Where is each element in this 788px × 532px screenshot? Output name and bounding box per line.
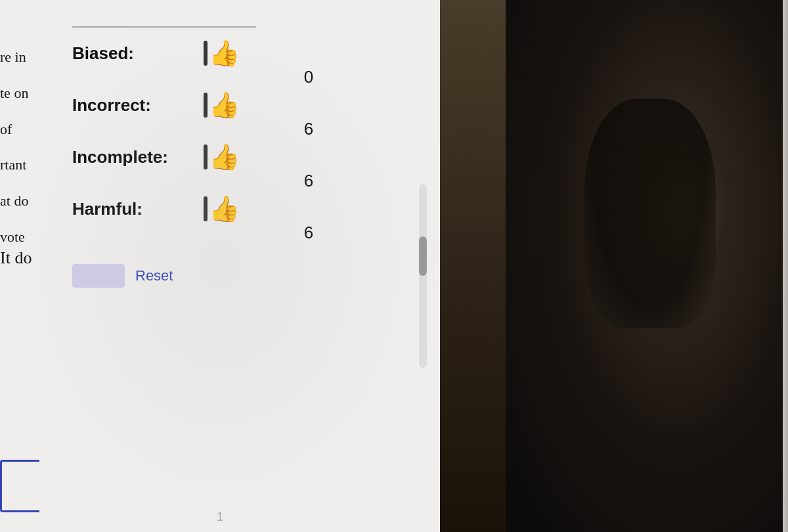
thumbs-up-icon: 👍 bbox=[209, 196, 240, 221]
it-do-text: It do bbox=[0, 248, 32, 268]
incomplete-count: 6 bbox=[204, 171, 414, 191]
harmful-count: 6 bbox=[204, 223, 414, 243]
reset-button[interactable]: Reset bbox=[135, 267, 173, 284]
thumbs-up-icon: 👍 bbox=[209, 144, 240, 169]
rating-row: Incorrect: 👍 6 bbox=[72, 93, 414, 139]
scrollbar[interactable] bbox=[419, 184, 427, 368]
thumb-bar-icon bbox=[204, 196, 208, 221]
biased-thumb[interactable]: 👍 bbox=[204, 41, 240, 66]
monitor-bezel bbox=[783, 0, 788, 532]
thumbs-up-icon: 👍 bbox=[209, 41, 240, 66]
hair-silhouette bbox=[584, 99, 716, 328]
top-divider bbox=[72, 26, 256, 28]
harmful-thumb[interactable]: 👍 bbox=[204, 196, 240, 221]
rating-row: Biased: 👍 0 bbox=[72, 41, 414, 87]
sidebar-item: re in bbox=[0, 39, 66, 76]
incorrect-label: Incorrect: bbox=[72, 95, 190, 116]
harmful-label: Harmful: bbox=[72, 199, 190, 219]
sidebar-item: at do bbox=[0, 183, 66, 219]
scrollbar-thumb[interactable] bbox=[419, 236, 427, 276]
thumb-bar-icon bbox=[204, 93, 208, 118]
bottom-box bbox=[0, 460, 39, 512]
reset-button-area: Reset bbox=[72, 264, 414, 288]
incomplete-thumb[interactable]: 👍 bbox=[204, 144, 240, 169]
incomplete-label: Incomplete: bbox=[72, 147, 190, 167]
sidebar-item: rtant bbox=[0, 147, 66, 183]
thumb-bar-icon bbox=[204, 144, 208, 169]
biased-label: Biased: bbox=[72, 43, 190, 64]
person-silhouette-area bbox=[506, 0, 788, 532]
rating-section: Biased: 👍 0 Incorrect: 👍 6 bbox=[72, 41, 414, 248]
sidebar-item: of bbox=[0, 112, 66, 148]
screen-panel: Biased: 👍 0 Incorrect: 👍 6 bbox=[0, 0, 440, 532]
dark-panel bbox=[440, 0, 788, 532]
biased-count: 0 bbox=[204, 67, 414, 87]
main-content: Biased: 👍 0 Incorrect: 👍 6 bbox=[72, 26, 414, 288]
thumbs-up-icon: 👍 bbox=[209, 93, 240, 118]
rating-row: Harmful: 👍 6 bbox=[72, 196, 414, 243]
rating-row: Incomplete: 👍 6 bbox=[72, 144, 414, 191]
footer-number: 1 bbox=[0, 510, 440, 524]
incorrect-count: 6 bbox=[204, 119, 414, 139]
reset-button-bg bbox=[72, 264, 125, 288]
incorrect-thumb[interactable]: 👍 bbox=[204, 93, 240, 118]
sidebar-item: te on bbox=[0, 76, 66, 112]
thumb-bar-icon bbox=[204, 41, 208, 66]
